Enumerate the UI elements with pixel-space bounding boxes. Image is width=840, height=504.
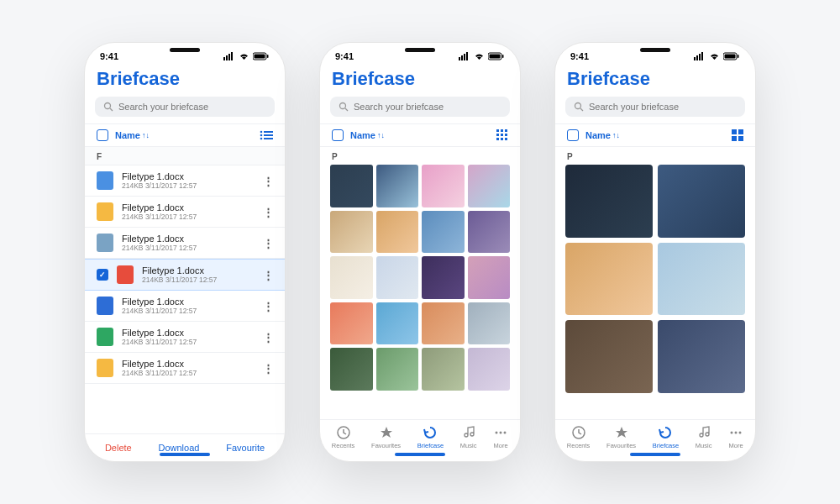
search-input[interactable] (589, 102, 737, 112)
action-bar: Delete Download Favourite (85, 433, 285, 461)
favourite-button[interactable]: Favourite (226, 443, 265, 453)
wifi-icon (474, 52, 485, 60)
photo-thumbnail[interactable] (422, 348, 465, 391)
sort-button[interactable]: Name ↑↓ (115, 130, 150, 140)
svg-rect-12 (264, 134, 273, 136)
file-row[interactable]: Filetype 1.docx214KB 3/11/2017 12:57⋮ (85, 322, 285, 353)
photo-thumbnail[interactable] (565, 320, 653, 393)
svg-rect-48 (732, 136, 737, 141)
more-icon[interactable]: ⋮ (263, 269, 273, 281)
photo-thumbnail[interactable] (330, 256, 373, 299)
file-type-icon (97, 202, 113, 221)
file-meta: Filetype 1.docx214KB 3/11/2017 12:57 (122, 297, 255, 315)
file-meta: Filetype 1.docx214KB 3/11/2017 12:57 (122, 171, 255, 190)
svg-point-44 (575, 103, 581, 109)
photo-thumbnail[interactable] (376, 348, 419, 391)
select-all-checkbox[interactable] (97, 129, 108, 141)
photo-thumbnail[interactable] (422, 165, 465, 207)
search-input[interactable] (118, 102, 266, 112)
row-checkbox-checked[interactable]: ✓ (97, 269, 108, 281)
file-row[interactable]: Filetype 1.docx214KB 3/11/2017 12:57⋮ (85, 228, 285, 259)
select-all-checkbox[interactable] (567, 129, 579, 141)
search-field[interactable] (330, 97, 510, 117)
search-field[interactable] (565, 97, 745, 117)
photo-thumbnail[interactable] (468, 348, 511, 391)
file-name: Filetype 1.docx (122, 171, 255, 181)
photo-thumbnail[interactable] (468, 211, 511, 254)
svg-rect-31 (501, 138, 503, 140)
svg-rect-10 (264, 131, 273, 133)
home-indicator[interactable] (395, 453, 445, 456)
battery-icon (723, 52, 740, 60)
file-name: Filetype 1.docx (122, 297, 255, 307)
file-name: Filetype 1.docx (122, 234, 255, 244)
file-details: 214KB 3/11/2017 12:57 (122, 244, 255, 252)
photo-thumbnail[interactable] (422, 256, 465, 299)
search-input[interactable] (354, 102, 501, 112)
download-button[interactable]: Download (158, 443, 199, 453)
photo-thumbnail[interactable] (658, 320, 745, 393)
svg-rect-47 (738, 129, 743, 134)
photo-thumbnail[interactable] (422, 302, 465, 345)
file-row[interactable]: Filetype 1.docx214KB 3/11/2017 12:57⋮ (85, 165, 285, 197)
photo-thumbnail[interactable] (330, 302, 373, 345)
file-details: 214KB 3/11/2017 12:57 (122, 181, 255, 190)
more-icon[interactable]: ⋮ (263, 331, 273, 344)
photo-thumbnail[interactable] (422, 211, 465, 254)
sort-button[interactable]: Name ↑↓ (350, 130, 385, 140)
tab-briefcase[interactable]: Briefcase (653, 425, 679, 449)
tab-recents[interactable]: Recents (332, 425, 355, 449)
tab-favourites[interactable]: Favourites (371, 425, 401, 449)
home-indicator[interactable] (160, 453, 210, 456)
file-row[interactable]: Filetype 1.docx214KB 3/11/2017 12:57⋮ (85, 353, 285, 384)
more-icon[interactable]: ⋮ (263, 206, 273, 218)
photo-thumbnail[interactable] (330, 348, 373, 391)
photo-thumbnail[interactable] (376, 302, 419, 345)
select-all-checkbox[interactable] (332, 129, 344, 141)
more-icon[interactable]: ⋮ (263, 300, 273, 312)
delete-button[interactable]: Delete (105, 443, 132, 453)
more-icon[interactable]: ⋮ (263, 237, 273, 249)
file-details: 214KB 3/11/2017 12:57 (142, 276, 255, 284)
grid-small-toggle-icon[interactable] (496, 129, 508, 141)
file-row[interactable]: Filetype 1.docx214KB 3/11/2017 12:57⋮ (85, 197, 285, 228)
photo-thumbnail[interactable] (658, 165, 745, 238)
svg-point-53 (739, 432, 742, 434)
svg-rect-21 (502, 55, 504, 58)
photo-thumbnail[interactable] (330, 211, 373, 254)
photo-thumbnail[interactable] (565, 165, 653, 238)
tab-favourites[interactable]: Favourites (606, 425, 636, 449)
svg-rect-30 (496, 138, 499, 140)
photo-thumbnail[interactable] (376, 165, 419, 207)
tab-briefcase[interactable]: Briefcase (417, 425, 444, 449)
list-view-toggle-icon[interactable] (260, 130, 273, 140)
file-name: Filetype 1.docx (142, 265, 255, 276)
photo-thumbnail[interactable] (468, 165, 511, 207)
grid-large (555, 165, 755, 419)
tab-more[interactable]: More (728, 425, 743, 449)
photo-thumbnail[interactable] (565, 243, 653, 316)
more-icon[interactable]: ⋮ (263, 362, 273, 375)
file-row[interactable]: ✓Filetype 1.docx214KB 3/11/2017 12:57⋮ (85, 259, 285, 291)
file-details: 214KB 3/11/2017 12:57 (122, 369, 255, 377)
photo-thumbnail[interactable] (376, 211, 419, 254)
section-header: P (555, 147, 755, 165)
tab-more[interactable]: More (493, 425, 508, 449)
more-icon[interactable]: ⋮ (263, 175, 273, 187)
tab-music[interactable]: Music (696, 425, 712, 449)
photo-thumbnail[interactable] (330, 165, 373, 207)
home-indicator[interactable] (630, 453, 680, 456)
photo-thumbnail[interactable] (658, 243, 745, 316)
photo-thumbnail[interactable] (468, 302, 511, 345)
grid-large-toggle-icon[interactable] (732, 129, 743, 141)
section-header: P (320, 147, 520, 165)
sort-button[interactable]: Name ↑↓ (585, 130, 620, 140)
tab-music[interactable]: Music (460, 425, 477, 449)
tab-recents[interactable]: Recents (567, 425, 591, 449)
file-row[interactable]: Filetype 1.docx214KB 3/11/2017 12:57⋮ (85, 291, 285, 322)
file-meta: Filetype 1.docx214KB 3/11/2017 12:57 (122, 359, 255, 377)
photo-thumbnail[interactable] (376, 256, 419, 299)
photo-thumbnail[interactable] (468, 256, 511, 299)
search-field[interactable] (95, 97, 275, 117)
file-type-icon (97, 328, 113, 346)
